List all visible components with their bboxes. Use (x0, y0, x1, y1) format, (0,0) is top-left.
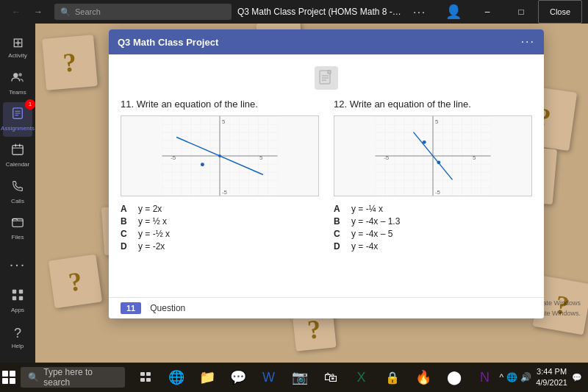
sidebar-item-teams[interactable]: Teams (3, 65, 32, 100)
choice-text: y = -¼ x (351, 204, 383, 214)
more-icon: ··· (10, 256, 26, 273)
choice-letter: B (121, 216, 132, 227)
sidebar-label-teams: Teams (9, 89, 26, 96)
svg-rect-11 (12, 290, 16, 293)
questions-row: 11. Write an equation of the line. (121, 99, 532, 254)
taskbar-search[interactable]: 🔍 Type here to search (21, 367, 124, 388)
choice-letter: C (334, 229, 345, 239)
choice-letter: A (121, 204, 132, 214)
choice-11-b[interactable]: B y = ½ x (121, 216, 319, 227)
forward-button[interactable]: → (28, 1, 49, 22)
sidebar-item-calendar[interactable]: Calendar (3, 138, 32, 173)
taskbar-explorer[interactable]: 📁 (193, 363, 222, 392)
sidebar-item-apps[interactable]: Apps (3, 283, 32, 318)
taskbar-onenote[interactable]: N (470, 363, 500, 392)
title-search[interactable]: 🔍 Search (54, 4, 232, 20)
taskbar-camera[interactable]: 📷 (285, 363, 315, 392)
assignments-icon (11, 107, 24, 124)
files-icon (11, 215, 24, 232)
question-11-graph: -5 5 5 -5 (121, 115, 319, 196)
question-12-choices: A y = -¼ x B y = -4x – 1.3 C y = -4x – 5 (334, 204, 532, 252)
minimize-button[interactable]: – (470, 0, 504, 24)
avatar-button[interactable]: 👤 (437, 0, 470, 24)
taskbar-lock[interactable]: 🔒 (378, 363, 407, 392)
svg-text:5: 5 (473, 154, 476, 161)
sidebar-label-calendar: Calendar (6, 161, 29, 168)
windows-logo (2, 371, 15, 384)
choice-letter: D (334, 241, 345, 252)
svg-rect-14 (19, 296, 23, 300)
chevron-icon[interactable]: ^ (500, 372, 504, 382)
choice-11-c[interactable]: C y = -½ x (121, 229, 319, 239)
card-body[interactable]: 11. Write an equation of the line. (109, 54, 544, 317)
choice-letter: C (121, 229, 132, 239)
choice-text: y = -4x – 5 (351, 229, 392, 239)
sidebar-item-calls[interactable]: Calls (3, 174, 32, 209)
taskbar-chrome[interactable]: ⬤ (440, 363, 469, 392)
system-clock[interactable]: 3:44 PM 4/9/2021 (536, 366, 567, 389)
window-controls: ··· 👤 – □ Close (403, 0, 588, 24)
taskbar-fire[interactable]: 🔥 (409, 363, 438, 392)
svg-point-1 (18, 73, 22, 76)
maximize-button[interactable]: □ (504, 0, 538, 24)
taskbar-search-icon: 🔍 (28, 372, 39, 382)
assignment-file-icon (315, 66, 338, 90)
title-bar: ← → 🔍 Search Q3 Math Class Project (HOMS… (0, 0, 588, 24)
assignment-card: Q3 Math Class Project ··· (109, 29, 544, 318)
choice-12-c[interactable]: C y = -4x – 5 (334, 229, 532, 239)
svg-rect-12 (19, 290, 23, 293)
svg-point-41 (437, 160, 440, 164)
system-tray-icons: ^ 🌐 🔊 (500, 372, 532, 382)
search-icon: 🔍 (60, 7, 71, 17)
activity-icon: ⊞ (12, 35, 24, 51)
question-11-label: 11. Write an equation of the line. (121, 99, 319, 110)
sidebar-item-more[interactable]: ··· (3, 247, 32, 282)
taskbar-appstore[interactable]: 🛍 (316, 363, 345, 392)
win-logo-tr (10, 371, 15, 377)
svg-text:-5: -5 (384, 154, 390, 161)
start-button[interactable] (0, 363, 18, 392)
choice-11-d[interactable]: D y = -2x (121, 241, 319, 252)
volume-icon[interactable]: 🔊 (520, 372, 531, 382)
back-button[interactable]: ← (6, 1, 26, 22)
sidebar-item-help[interactable]: ? Help (3, 320, 32, 355)
question-12-graph: -5 5 5 -5 (334, 115, 532, 196)
choice-12-a[interactable]: A y = -¼ x (334, 204, 532, 214)
notification-icon[interactable]: 💬 (572, 373, 582, 382)
choice-11-a[interactable]: A y = 2x (121, 204, 319, 214)
choice-text: y = 2x (138, 204, 162, 214)
assignments-badge: 1 (25, 99, 35, 110)
taskbar: 🔍 Type here to search 🌐 📁 💬 W 📷 🛍 X 🔒 🔥 … (0, 363, 588, 392)
taskbar-taskview[interactable] (131, 363, 160, 392)
help-icon: ? (14, 326, 21, 341)
search-placeholder-text: Search (75, 7, 101, 16)
close-button[interactable]: Close (538, 0, 582, 24)
choice-text: y = -4x (351, 241, 378, 252)
choice-12-b[interactable]: B y = -4x – 1.3 (334, 216, 532, 227)
sidebar-item-assignments[interactable]: 1 Assignments (3, 102, 32, 137)
svg-text:-5: -5 (222, 189, 228, 196)
taskbar-teams[interactable]: 💬 (223, 363, 253, 392)
sidebar-label-help: Help (12, 343, 24, 349)
choice-12-d[interactable]: D y = -4x (334, 241, 532, 252)
taskbar-edge[interactable]: 🌐 (162, 363, 191, 392)
svg-rect-42 (140, 372, 145, 376)
svg-text:5: 5 (259, 154, 263, 161)
card-bottom-nav: 11 Question (109, 297, 544, 317)
card-more-button[interactable]: ··· (521, 35, 535, 49)
choice-text: y = ½ x (138, 216, 167, 227)
win-logo-bl (2, 378, 8, 384)
question-label-text: Question (150, 303, 185, 313)
more-options-button[interactable]: ··· (403, 0, 437, 24)
sidebar-item-activity[interactable]: ⊞ Activity (3, 29, 32, 64)
network-icon[interactable]: 🌐 (506, 372, 517, 382)
taskbar-word[interactable]: W (254, 363, 284, 392)
taskbar-app-icons: 🌐 📁 💬 W 📷 🛍 X 🔒 🔥 ⬤ N (131, 363, 500, 392)
svg-text:-5: -5 (435, 189, 441, 196)
sidebar-bottom: Apps ? Help (3, 283, 32, 357)
card-title: Q3 Math Class Project (118, 37, 218, 48)
choice-text: y = -4x – 1.3 (351, 216, 400, 227)
taskbar-excel[interactable]: X (347, 363, 376, 392)
sidebar-item-files[interactable]: Files (3, 210, 32, 245)
sidebar-label-activity: Activity (8, 52, 26, 59)
